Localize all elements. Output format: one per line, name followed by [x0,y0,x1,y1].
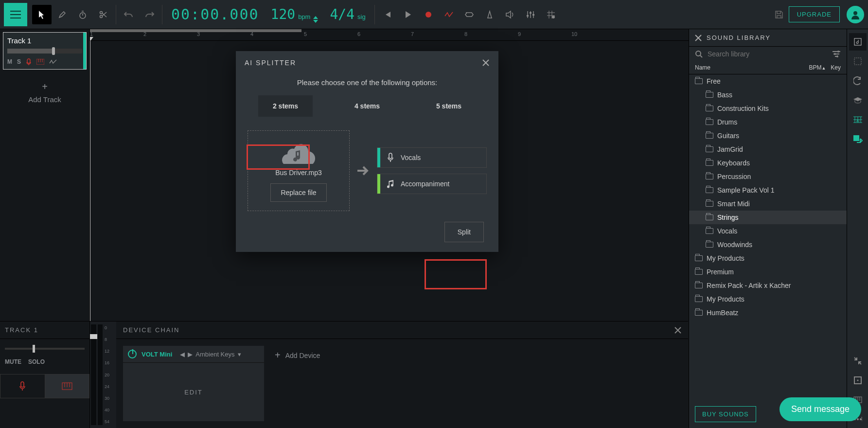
modal-subtitle: Please choose one of the following optio… [236,74,498,95]
cut-tool[interactable] [93,5,113,24]
time-display[interactable]: 00:00.000 [171,6,259,23]
add-track-button[interactable]: + Add Track [0,72,89,112]
library-item[interactable]: HumBeatz [689,306,847,320]
folder-icon [706,160,713,166]
library-item[interactable]: My Products [689,251,847,265]
library-item[interactable]: Premium [689,265,847,279]
folder-icon [706,133,713,139]
bpm-display[interactable]: 120 bpm [271,6,319,23]
rail-import-button[interactable] [849,130,867,148]
column-key[interactable]: Key [831,64,841,71]
library-item[interactable]: JamGrid [689,143,847,156]
rewind-button[interactable] [378,5,397,24]
library-item[interactable]: Strings [689,211,847,224]
device-chain-title: DEVICE CHAIN [123,326,179,334]
library-item[interactable]: Smart Midi [689,197,847,211]
dock-keyboard-button[interactable] [45,374,90,398]
loop-region[interactable] [90,29,301,32]
right-icon-rail: AI [847,29,868,428]
add-device-button[interactable]: + Add Device [271,346,324,365]
rail-ai-button[interactable]: AI [849,111,867,128]
mixer-button[interactable] [521,5,540,24]
countoff-button[interactable] [500,5,520,24]
library-item[interactable]: Bass [689,88,847,102]
stems-4-tab[interactable]: 4 stems [340,95,394,117]
automation-track-icon[interactable] [49,59,57,64]
undo-button[interactable] [119,5,139,24]
timeline-ruler[interactable]: 12345678910 [90,29,689,41]
mute-toggle[interactable]: M [7,58,12,65]
arm-record-icon[interactable] [26,58,32,65]
dock-record-arm[interactable] [0,374,45,398]
stopwatch-tool[interactable] [73,5,92,24]
device-edit-button[interactable]: EDIT [123,363,264,421]
column-name[interactable]: Name [695,64,809,71]
pointer-tool[interactable] [32,5,52,24]
automation-button[interactable] [439,5,459,24]
column-bpm[interactable]: BPM▲ [809,64,826,71]
library-search-input[interactable] [707,50,828,58]
close-chain-button[interactable] [674,327,681,334]
close-icon [482,59,490,67]
filter-button[interactable] [832,51,841,57]
bpm-spinner[interactable] [313,16,318,23]
modal-close-button[interactable] [482,59,490,67]
device-card[interactable]: VOLT Mini ◀ ▶ Ambient Keys ▾ EDIT [123,346,264,421]
library-tree[interactable]: FreeBassConstruction KitsDrumsGuitarsJam… [689,74,847,400]
rail-collapse-button[interactable] [849,352,867,370]
loop-button[interactable] [460,5,479,24]
save-button[interactable] [769,5,789,24]
track-card[interactable]: Track 1 M S [3,32,87,70]
preset-prev[interactable]: ◀ [180,351,185,358]
rail-learn-button[interactable] [849,91,867,109]
replace-file-button[interactable]: Replace file [270,183,326,202]
dock-pan-slider[interactable] [5,348,85,350]
send-message-button[interactable]: Send message [779,397,861,421]
timesig-display[interactable]: 4/4 sig [330,6,365,22]
rail-library-button[interactable] [849,33,867,51]
split-button[interactable]: Split [444,222,484,242]
redo-button[interactable] [140,5,159,24]
library-item[interactable]: Vocals [689,224,847,238]
dock-mute-button[interactable]: MUTE [5,358,21,365]
menu-button[interactable] [4,3,27,26]
snap-button[interactable] [541,5,561,24]
stems-5-tab[interactable]: 5 stems [422,95,476,117]
preset-name[interactable]: Ambient Keys [195,351,234,358]
dock-solo-button[interactable]: SOLO [28,358,45,365]
device-power-button[interactable] [128,350,137,358]
library-item[interactable]: Guitars [689,129,847,143]
track-volume-slider[interactable] [7,49,82,54]
library-item[interactable]: Drums [689,115,847,129]
record-button[interactable] [419,5,438,24]
pencil-tool[interactable] [53,5,72,24]
music-note-icon [380,179,401,188]
file-dropzone[interactable]: Bus Driver.mp3 Replace file [248,130,350,211]
library-item[interactable]: My Products [689,292,847,306]
rail-loops-button[interactable] [849,53,867,70]
rail-fullscreen-button[interactable] [849,372,867,389]
library-item[interactable]: Free [689,74,847,88]
plus-icon: + [0,81,89,92]
library-item[interactable]: Sample Pack Vol 1 [689,183,847,197]
close-library-button[interactable] [695,35,702,41]
stem-accompaniment-row[interactable]: Accompaniment [377,174,487,194]
library-item[interactable]: Percussion [689,170,847,183]
stems-2-tab[interactable]: 2 stems [258,95,313,117]
library-item[interactable]: Remix Pack - Artik x Kacher [689,279,847,292]
track-name[interactable]: Track 1 [7,36,82,45]
library-item[interactable]: Keyboards [689,156,847,170]
solo-toggle[interactable]: S [17,58,21,65]
keyboard-icon[interactable] [36,59,44,65]
preset-dropdown[interactable]: ▾ [238,351,241,358]
stem-vocals-row[interactable]: Vocals [377,147,487,168]
user-avatar[interactable] [847,6,864,23]
preset-next[interactable]: ▶ [188,351,193,358]
upgrade-button[interactable]: UPGRADE [789,6,840,22]
library-item[interactable]: Woodwinds [689,238,847,251]
buy-sounds-button[interactable]: BUY SOUNDS [695,406,756,422]
play-button[interactable] [398,5,418,24]
metronome-button[interactable] [480,5,499,24]
rail-undo-button[interactable] [849,72,867,89]
library-item[interactable]: Construction Kits [689,102,847,115]
